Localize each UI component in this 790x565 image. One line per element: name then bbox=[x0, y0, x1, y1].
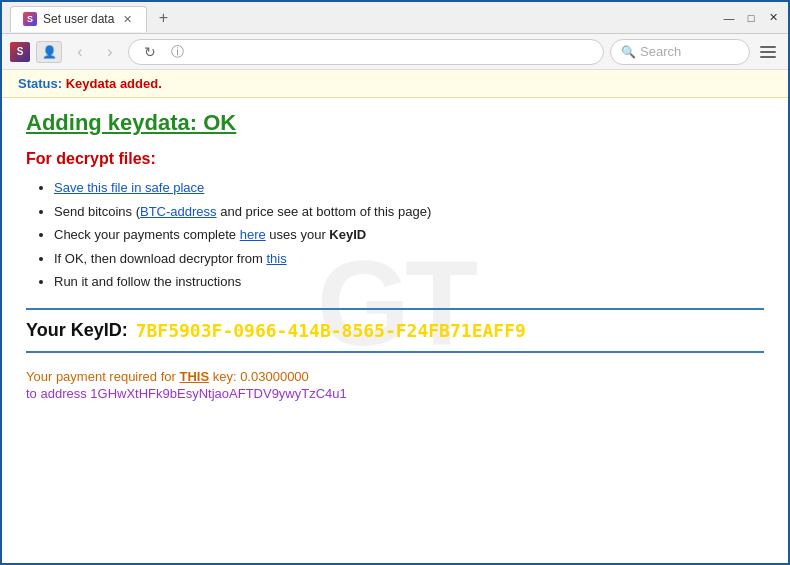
forward-button[interactable]: › bbox=[98, 40, 122, 64]
window-controls: — □ ✕ bbox=[722, 11, 780, 25]
menu-line-1 bbox=[760, 46, 776, 48]
payment-section: Your payment required for THIS key: 0.03… bbox=[26, 369, 764, 401]
browser-window: S Set user data ✕ + — □ ✕ S 👤 ‹ › ↻ ⓘ 🔍 … bbox=[0, 0, 790, 565]
list-item: Run it and follow the instructions bbox=[54, 272, 764, 292]
here-link[interactable]: here bbox=[240, 227, 266, 242]
tab-title: Set user data bbox=[43, 12, 114, 26]
tab-area: S Set user data ✕ + bbox=[10, 4, 722, 32]
menu-line-2 bbox=[760, 51, 776, 53]
bottom-divider bbox=[26, 351, 764, 353]
status-bar: Status: Keydata added. bbox=[2, 70, 788, 98]
address-bar[interactable]: ↻ ⓘ bbox=[128, 39, 604, 65]
maximize-button[interactable]: □ bbox=[744, 11, 758, 25]
page-content: GT Status: Keydata added. Adding keydata… bbox=[2, 70, 788, 563]
save-file-link[interactable]: Save this file in safe place bbox=[54, 180, 204, 195]
status-value: Keydata added. bbox=[66, 76, 162, 91]
back-button[interactable]: ‹ bbox=[68, 40, 92, 64]
content-inner: Status: Keydata added. Adding keydata: O… bbox=[2, 70, 788, 421]
navigation-bar: S 👤 ‹ › ↻ ⓘ 🔍 Search bbox=[2, 34, 788, 70]
payment-after-text: key: 0.03000000 bbox=[209, 369, 309, 384]
keyid-section: Your KeyID: 7BF5903F-0966-414B-8565-F24F… bbox=[26, 320, 764, 341]
instructions-list: Save this file in safe place Send bitcoi… bbox=[54, 178, 764, 292]
payment-line2: to address 1GHwXtHFk9bEsyNtjaoAFTDV9ywyT… bbox=[26, 386, 764, 401]
btc-address-link[interactable]: BTC-address bbox=[140, 204, 217, 219]
for-decrypt-label: For decrypt files: bbox=[26, 150, 764, 168]
tab-close-button[interactable]: ✕ bbox=[120, 12, 134, 26]
list-item: Send bitcoins (BTC-address and price see… bbox=[54, 202, 764, 222]
minimize-button[interactable]: — bbox=[722, 11, 736, 25]
payment-before-text: Your payment required for bbox=[26, 369, 179, 384]
new-tab-button[interactable]: + bbox=[151, 6, 175, 30]
status-label: Status: bbox=[18, 76, 62, 91]
info-button: ⓘ bbox=[167, 42, 187, 62]
list-item: If OK, then download decryptor from this bbox=[54, 249, 764, 269]
payment-this-link[interactable]: THIS bbox=[179, 369, 209, 384]
refresh-button[interactable]: ↻ bbox=[139, 41, 161, 63]
list-item: Check your payments complete here uses y… bbox=[54, 225, 764, 245]
active-tab[interactable]: S Set user data ✕ bbox=[10, 6, 147, 32]
this-link[interactable]: this bbox=[266, 251, 286, 266]
top-divider bbox=[26, 308, 764, 310]
keyid-value: 7BF5903F-0966-414B-8565-F24FB71EAFF9 bbox=[136, 320, 526, 341]
search-bar[interactable]: 🔍 Search bbox=[610, 39, 750, 65]
keyid-label: Your KeyID: bbox=[26, 320, 128, 341]
payment-line1: Your payment required for THIS key: 0.03… bbox=[26, 369, 764, 384]
main-section: Adding keydata: OK For decrypt files: Sa… bbox=[2, 98, 788, 421]
list-item: Save this file in safe place bbox=[54, 178, 764, 198]
close-button[interactable]: ✕ bbox=[766, 11, 780, 25]
run-instructions-text: Run it and follow the instructions bbox=[54, 274, 241, 289]
search-icon: 🔍 bbox=[621, 45, 636, 59]
page-heading: Adding keydata: OK bbox=[26, 110, 764, 136]
profile-button[interactable]: 👤 bbox=[36, 41, 62, 63]
title-bar: S Set user data ✕ + — □ ✕ bbox=[2, 2, 788, 34]
menu-line-3 bbox=[760, 56, 776, 58]
tab-favicon: S bbox=[23, 12, 37, 26]
search-placeholder: Search bbox=[640, 44, 681, 59]
menu-button[interactable] bbox=[756, 40, 780, 64]
browser-favicon: S bbox=[10, 42, 30, 62]
